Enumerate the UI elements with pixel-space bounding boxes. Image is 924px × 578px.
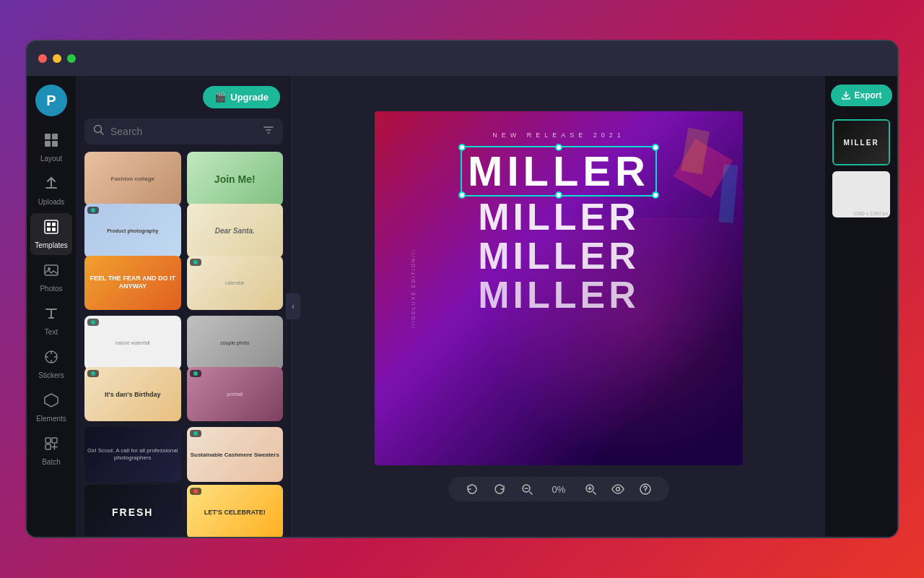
upgrade-label: Upgrade	[230, 92, 269, 103]
svg-point-21	[645, 492, 646, 493]
export-button[interactable]: Export	[831, 85, 892, 106]
svg-rect-13	[45, 438, 51, 443]
svg-rect-5	[47, 223, 51, 226]
sidebar-item-photos-label: Photos	[40, 285, 62, 293]
template-card[interactable]: LET'S CELEBRATE!	[187, 485, 284, 537]
template-card[interactable]: Product photography	[84, 204, 181, 258]
logo-letter: P	[46, 92, 56, 109]
template-card[interactable]: Sustainable Cashmere Sweaters	[187, 427, 284, 481]
zoom-out-button[interactable]	[520, 483, 533, 496]
layout-icon	[43, 132, 59, 152]
browser-dot-red[interactable]	[38, 54, 47, 63]
canvas-miller-4: MILLER	[478, 276, 640, 314]
sidebar-item-batch[interactable]: Batch	[30, 430, 72, 472]
right-panel: Export MILLER 1080 x 1080 px	[825, 76, 897, 537]
canvas-miller-1: MILLER	[468, 150, 650, 192]
browser-titlebar	[27, 41, 897, 76]
template-card[interactable]: Dear Santa.	[187, 204, 284, 258]
svg-rect-1	[52, 134, 58, 139]
export-label: Export	[855, 90, 882, 100]
svg-rect-8	[52, 228, 56, 231]
zoom-in-button[interactable]	[584, 483, 597, 496]
zoom-value: 0%	[548, 484, 570, 495]
browser-dot-green[interactable]	[67, 54, 76, 63]
svg-rect-15	[45, 444, 51, 449]
template-card[interactable]: Fashion collage	[84, 152, 181, 206]
template-card[interactable]: It's dan's Birthday	[84, 367, 181, 421]
browser-dot-yellow[interactable]	[53, 54, 61, 63]
icon-sidebar: P Layout	[27, 76, 76, 537]
svg-rect-3	[52, 141, 58, 147]
canvas-size-label: 1080 x 1080 px	[853, 211, 888, 216]
sidebar-item-elements-label: Elements	[36, 415, 66, 423]
sidebar-item-uploads-label: Uploads	[38, 198, 65, 206]
svg-point-19	[616, 488, 620, 491]
canvas-wrapper: NEW RELEASE 2021 MILLER	[375, 111, 743, 465]
video-badge	[190, 259, 201, 266]
template-card[interactable]: FEEL THE FEAR AND DO IT ANYWAY	[84, 256, 181, 310]
upgrade-button[interactable]: 🎬 Upgrade	[203, 86, 280, 108]
sidebar-item-text-label: Text	[45, 328, 58, 336]
sidebar-item-layout[interactable]: Layout	[30, 126, 72, 168]
canvas-image[interactable]: NEW RELEASE 2021 MILLER	[375, 111, 743, 465]
canvas-area: NEW RELEASE 2021 MILLER	[292, 76, 825, 537]
photos-icon	[43, 262, 59, 282]
video-badge	[87, 370, 99, 377]
templates-panel: 🎬 Upgrade	[76, 76, 292, 537]
sidebar-item-layout-label: Layout	[40, 155, 62, 163]
browser-window: P Layout	[25, 40, 899, 538]
right-thumb-2[interactable]: 1080 x 1080 px	[832, 171, 890, 217]
template-card[interactable]: nature waterfall	[84, 316, 181, 370]
panel-collapse-button[interactable]: ‹	[286, 293, 300, 319]
canvas-miller-3: MILLER	[478, 237, 640, 275]
app-area: P Layout	[27, 76, 897, 537]
template-card[interactable]: portrait	[187, 367, 284, 421]
sidebar-item-text[interactable]: Text	[30, 300, 72, 342]
sidebar-item-uploads[interactable]: Uploads	[30, 170, 72, 212]
svg-marker-12	[45, 394, 58, 407]
upgrade-icon: 🎬	[214, 92, 226, 103]
redo-button[interactable]	[493, 483, 506, 496]
template-card[interactable]: FRESH	[84, 485, 181, 537]
sidebar-item-photos[interactable]: Photos	[30, 256, 72, 298]
logo-button[interactable]: P	[35, 85, 67, 116]
svg-rect-14	[52, 438, 57, 443]
uploads-icon	[43, 176, 59, 195]
canvas-side-text: ///DELUXE EDITION///	[411, 249, 416, 328]
batch-icon	[43, 436, 59, 455]
templates-icon	[43, 219, 59, 238]
canvas-toolbar: 0%	[448, 477, 669, 501]
template-card[interactable]: Girl Scout. A call for all professional …	[84, 427, 181, 481]
templates-header: 🎬 Upgrade	[76, 76, 292, 118]
elements-icon	[43, 392, 59, 412]
sidebar-item-stickers-label: Stickers	[38, 371, 64, 379]
video-badge	[190, 430, 201, 437]
templates-grid: Fashion collage Join Me! Product photogr…	[76, 152, 292, 537]
search-input[interactable]	[110, 126, 257, 137]
help-button[interactable]	[639, 483, 652, 496]
sidebar-item-templates[interactable]: Templates	[30, 213, 72, 255]
preview-button[interactable]	[611, 483, 624, 496]
template-card[interactable]: calendar	[187, 256, 284, 310]
svg-rect-0	[45, 134, 51, 139]
canvas-top-text: NEW RELEASE 2021	[492, 131, 625, 139]
sidebar-item-elements[interactable]: Elements	[30, 387, 72, 428]
right-thumb-1[interactable]: MILLER	[832, 119, 890, 165]
video-badge	[87, 207, 99, 214]
stickers-icon	[43, 349, 59, 368]
filter-icon[interactable]	[263, 124, 274, 139]
video-badge	[190, 370, 201, 377]
sidebar-item-batch-label: Batch	[42, 458, 61, 466]
svg-rect-7	[47, 228, 51, 231]
thumb1-text: MILLER	[843, 139, 879, 147]
text-icon	[43, 306, 59, 325]
svg-rect-6	[52, 223, 56, 226]
undo-button[interactable]	[466, 483, 479, 496]
search-icon	[93, 124, 105, 139]
template-card[interactable]: Join Me!	[187, 152, 284, 206]
svg-rect-2	[45, 141, 51, 147]
template-card[interactable]: couple photo	[187, 316, 284, 370]
sidebar-item-stickers[interactable]: Stickers	[30, 343, 72, 385]
svg-rect-4	[45, 220, 58, 233]
video-badge	[190, 488, 201, 495]
